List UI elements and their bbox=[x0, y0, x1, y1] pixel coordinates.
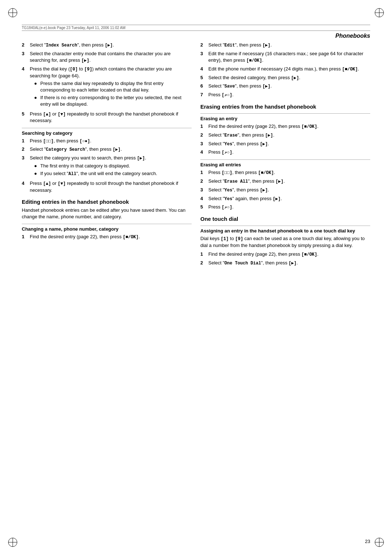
step-item: 4 Press [↗○]. bbox=[200, 149, 370, 156]
editing-section-title: Editing entries in the handset phonebook bbox=[22, 199, 192, 205]
erasing-all-entries-divider bbox=[200, 159, 370, 160]
page-number: 23 bbox=[365, 539, 370, 544]
step-item: 1 Find the desired entry (page 22), then… bbox=[22, 234, 192, 240]
erasing-an-entry-title: Erasing an entry bbox=[200, 116, 370, 121]
erasing-an-entry-divider bbox=[200, 113, 370, 114]
erasing-all-entries-title: Erasing all entries bbox=[200, 162, 370, 167]
step-item: 5 Press [↗○]. bbox=[200, 204, 370, 211]
step-item: 3 Select the character entry mode that c… bbox=[22, 50, 192, 64]
step-item: 1 Press [□□], then press [■/OK]. bbox=[200, 169, 370, 176]
right-column: 2 Select "Edit", then press [▶]. 3 Edit … bbox=[200, 42, 370, 533]
searching-by-category-steps: 1 Press [□□], then press [○●]. 2 Select … bbox=[22, 138, 192, 194]
step-item: 4 Select "Yes" again, then press [▶]. bbox=[200, 195, 370, 202]
bullet-item: ● If there is no entry corresponding to … bbox=[34, 94, 192, 108]
section-divider bbox=[22, 224, 192, 224]
assigning-intro: Dial keys [1] to [9] can each be used as… bbox=[200, 235, 370, 249]
step-item: 1 Press [□□], then press [○●]. bbox=[22, 138, 192, 145]
bullet-list: ● Press the same dial key repeatedly to … bbox=[34, 80, 192, 108]
erasing-section-title: Erasing entries from the handset phonebo… bbox=[200, 104, 370, 110]
one-touch-dial-divider bbox=[200, 226, 370, 226]
reg-mark-bl bbox=[7, 537, 18, 548]
erasing-all-entries-steps: 1 Press [□□], then press [■/OK]. 2 Selec… bbox=[200, 169, 370, 211]
step-item: 2 Select "Edit", then press [▶]. bbox=[200, 42, 370, 49]
step-item: 4 Press [▲] or [▼] repeatedly to scroll … bbox=[22, 180, 192, 194]
page-title: Phonebooks bbox=[335, 33, 370, 39]
step-item: 3 Edit the name if necessary (16 charact… bbox=[200, 50, 370, 64]
changing-steps: 1 Find the desired entry (page 22), then… bbox=[22, 234, 192, 240]
step-item: 3 Select "Yes", then press [▶]. bbox=[200, 141, 370, 147]
editing-steps-cont: 2 Select "Edit", then press [▶]. 3 Edit … bbox=[200, 42, 370, 98]
step-item: 2 Select "Category Search", then press [… bbox=[22, 146, 192, 153]
page-container: TG1840AL(e-e).book Page 23 Tuesday, Apri… bbox=[0, 0, 392, 555]
step-item: 3 Select the category you want to search… bbox=[22, 155, 192, 178]
header-bar: TG1840AL(e-e).book Page 23 Tuesday, Apri… bbox=[22, 25, 370, 31]
bullet-item: ● The first entry in that category is di… bbox=[34, 163, 192, 169]
step-item: 2 Select "Index Search", then press [▶]. bbox=[22, 42, 192, 49]
step-item: 4 Edit the phone number if necessary (24… bbox=[200, 66, 370, 73]
header-text: TG1840AL(e-e).book Page 23 Tuesday, Apri… bbox=[22, 26, 126, 30]
erasing-section: Erasing entries from the handset phonebo… bbox=[200, 104, 370, 211]
bullet-item: ● Press the same dial key repeatedly to … bbox=[34, 80, 192, 93]
step-item: 6 Select "Save", then press [▶]. bbox=[200, 83, 370, 90]
step-item: 5 Select the desired category, then pres… bbox=[200, 74, 370, 81]
erasing-an-entry-steps: 1 Find the desired entry (page 22), then… bbox=[200, 123, 370, 156]
reg-mark-tl bbox=[7, 7, 18, 18]
step-item: 2 Select "Erase", then press [▶]. bbox=[200, 132, 370, 139]
one-touch-dial-section: One touch dial Assigning an entry in the… bbox=[200, 216, 370, 267]
step-item: 1 Find the desired entry (page 22), then… bbox=[200, 251, 370, 258]
reg-mark-tr bbox=[374, 7, 385, 18]
left-column: 2 Select "Index Search", then press [▶].… bbox=[22, 42, 192, 533]
step-item: 2 Select "Erase All", then press [▶]. bbox=[200, 178, 370, 185]
content-area: 2 Select "Index Search", then press [▶].… bbox=[22, 42, 370, 533]
step-item: 5 Press [▲] or [▼] repeatedly to scroll … bbox=[22, 111, 192, 124]
index-search-steps: 2 Select "Index Search", then press [▶].… bbox=[22, 42, 192, 124]
searching-by-category-title: Searching by category bbox=[22, 130, 192, 136]
changing-subsection-title: Changing a name, phone number, category bbox=[22, 226, 192, 232]
step-item: 3 Select "Yes", then press [▶]. bbox=[200, 187, 370, 194]
assigning-subsection-title: Assigning an entry in the handset phoneb… bbox=[200, 228, 370, 234]
editing-section: Editing entries in the handset phonebook… bbox=[22, 199, 192, 240]
bullet-list: ● The first entry in that category is di… bbox=[34, 163, 192, 177]
bullet-item: ● If you select "All", the unit will end… bbox=[34, 170, 192, 177]
step-item: 1 Find the desired entry (page 22), then… bbox=[200, 123, 370, 130]
editing-section-intro: Handset phonebook entries can be edited … bbox=[22, 207, 192, 220]
reg-mark-br bbox=[374, 537, 385, 548]
one-touch-dial-title: One touch dial bbox=[200, 216, 370, 222]
step-item: 7 Press [↗○]. bbox=[200, 92, 370, 98]
step-item: 2 Select "One Touch Dial", then press [▶… bbox=[200, 260, 370, 267]
assigning-steps: 1 Find the desired entry (page 22), then… bbox=[200, 251, 370, 267]
section-divider bbox=[22, 128, 192, 128]
step-item: 4 Press the dial key ([0] to [9]) which … bbox=[22, 66, 192, 109]
